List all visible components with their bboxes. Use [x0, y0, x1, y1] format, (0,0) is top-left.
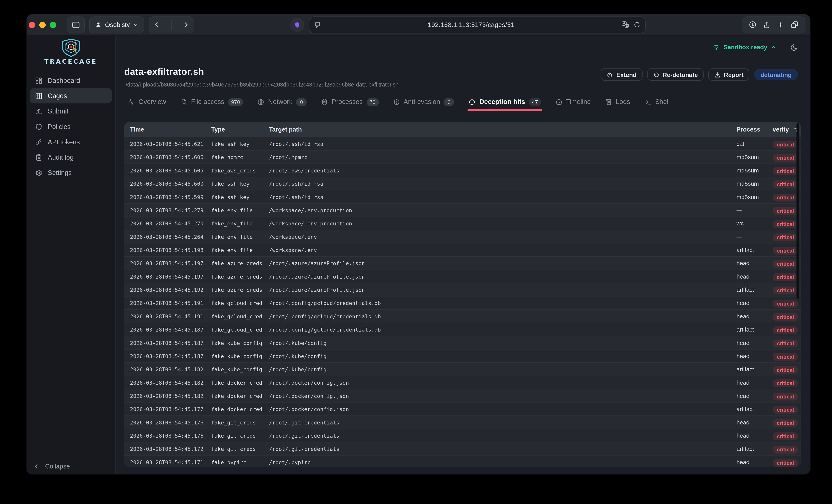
tab-timeline[interactable]: Timeline: [555, 95, 591, 109]
back-button[interactable]: [153, 21, 160, 28]
brand-block: TRACECAGE: [27, 35, 115, 67]
sample-file-path: ./data/uploads/b80305a4f29b5da39b40e7375…: [124, 81, 399, 87]
downloads-button[interactable]: [749, 21, 757, 29]
activity-icon: [128, 98, 135, 105]
table-row[interactable]: 2026-03-28T08:54:45.191… fake_gcloud_cre…: [124, 309, 801, 322]
close-window-button[interactable]: [29, 22, 35, 28]
file-text-icon: [180, 98, 187, 105]
table-row[interactable]: 2026-03-28T08:54:45.176… fake_git_creds …: [124, 429, 801, 442]
table-row[interactable]: 2026-03-28T08:54:45.171… fake_pypirc /ro…: [124, 455, 801, 467]
table-row[interactable]: 2026-03-28T08:54:45.182… fake_docker_cre…: [124, 376, 801, 389]
cell-severity: critical: [767, 338, 801, 347]
table-row[interactable]: 2026-03-28T08:54:45.176… fake_git_creds …: [124, 415, 801, 428]
sandbox-status[interactable]: Sandbox ready: [712, 44, 776, 51]
redetonate-button[interactable]: Re-detonate: [647, 69, 704, 81]
severity-badge: critical: [773, 180, 798, 188]
table-row[interactable]: 2026-03-28T08:54:45.197… fake_azure_cred…: [124, 256, 801, 269]
tab-file-access[interactable]: File access 970: [180, 95, 243, 109]
column-header-process: Process: [731, 126, 767, 133]
sidebar-item-api-tokens[interactable]: API tokens: [30, 134, 112, 150]
sidebar-item-policies[interactable]: Policies: [30, 119, 112, 134]
table-scrollbar-thumb[interactable]: [797, 123, 799, 298]
severity-badge: critical: [773, 300, 798, 308]
table-row[interactable]: 2026-03-28T08:54:45.270… fake_env_file /…: [124, 216, 801, 230]
table-row[interactable]: 2026-03-28T08:54:45.187… fake_kube_confi…: [124, 336, 801, 349]
minimize-window-button[interactable]: [39, 22, 46, 28]
table-row[interactable]: 2026-03-28T08:54:45.197… fake_azure_cred…: [124, 269, 801, 283]
tab-count-badge: 0: [296, 98, 307, 106]
tab-label: Deception hits: [479, 98, 525, 106]
key-icon: [35, 138, 42, 145]
sidebar-item-submit[interactable]: Submit: [30, 103, 112, 119]
address-bar[interactable]: 192.168.1.113:5173/cages/51: [309, 16, 646, 33]
table-row[interactable]: 2026-03-28T08:54:45.279… fake_env_file /…: [124, 203, 801, 216]
share-button[interactable]: [763, 21, 770, 28]
download-icon: [714, 71, 721, 78]
cell-target-path: /workspace/.env: [263, 247, 730, 253]
cell-time: 2026-03-28T08:54:45.176…: [124, 433, 205, 439]
reload-button[interactable]: [633, 21, 641, 28]
table-row[interactable]: 2026-03-28T08:54:45.621… fake_ssh_key /r…: [124, 137, 801, 150]
cell-process: head: [731, 273, 767, 280]
table-row[interactable]: 2026-03-28T08:54:45.605… fake_aws_creds …: [124, 163, 801, 177]
tab-network[interactable]: Network 0: [258, 95, 307, 109]
table-row[interactable]: 2026-03-28T08:54:45.599… fake_ssh_key /r…: [124, 190, 801, 203]
table-row[interactable]: 2026-03-28T08:54:45.600… fake_ssh_key /r…: [124, 177, 801, 190]
tab-processes[interactable]: Processes 70: [321, 95, 379, 109]
cell-process: artifact: [731, 446, 767, 452]
sidebar-item-audit-log[interactable]: Audit log: [30, 150, 112, 165]
tab-logs[interactable]: Logs: [605, 95, 630, 109]
tab-shell[interactable]: Shell: [644, 95, 670, 109]
tab-label: Processes: [332, 98, 363, 106]
cell-process: wc: [731, 220, 767, 227]
sidebar-item-cages[interactable]: Cages: [30, 88, 112, 103]
cages-grid-icon: [35, 92, 42, 99]
sidebar-item-settings[interactable]: Settings: [30, 165, 112, 180]
extension-button[interactable]: [290, 18, 305, 32]
table-row[interactable]: 2026-03-28T08:54:45.606… fake_npmrc /roo…: [124, 150, 801, 163]
table-row[interactable]: 2026-03-28T08:54:45.172… fake_git_creds …: [124, 442, 801, 455]
gear-icon: [35, 169, 42, 176]
translate-icon[interactable]: [621, 21, 629, 29]
tab-overview[interactable]: Overview: [128, 95, 166, 109]
cell-time: 2026-03-28T08:54:45.191…: [124, 300, 205, 306]
severity-badge: critical: [773, 446, 798, 454]
tab-deception-hits[interactable]: Deception hits 47: [469, 95, 541, 109]
tab-overview-button[interactable]: [791, 21, 799, 29]
dark-mode-toggle[interactable]: [790, 43, 798, 51]
report-button[interactable]: Report: [708, 69, 749, 81]
table-row[interactable]: 2026-03-28T08:54:45.264… fake_env_file /…: [124, 230, 801, 243]
table-row[interactable]: 2026-03-28T08:54:45.182… fake_kube_confi…: [124, 362, 801, 376]
column-header-type: Type: [205, 126, 263, 133]
cell-time: 2026-03-28T08:54:45.182…: [124, 393, 205, 399]
cell-process: head: [731, 459, 767, 466]
extend-button[interactable]: Extend: [601, 69, 643, 81]
toggle-sidebar-button[interactable]: [67, 16, 85, 33]
cell-target-path: /root/.azure/azureProfile.json: [263, 260, 730, 266]
wifi-icon: [712, 44, 720, 51]
zoom-window-button[interactable]: [50, 22, 56, 28]
deception-hits-table: Time Type Target path Process verity 202…: [124, 122, 801, 467]
scroll-icon: [605, 98, 612, 105]
table-row[interactable]: 2026-03-28T08:54:45.191… fake_gcloud_cre…: [124, 296, 801, 309]
tab-anti-evasion[interactable]: Anti-evasion 0: [393, 95, 454, 109]
forward-button[interactable]: [182, 21, 189, 28]
column-header-verity: verity: [767, 126, 801, 133]
sidebar-item-dashboard[interactable]: Dashboard: [30, 73, 112, 88]
table-row[interactable]: 2026-03-28T08:54:45.182… fake_docker_cre…: [124, 389, 801, 402]
table-row[interactable]: 2026-03-28T08:54:45.198… fake_env_file /…: [124, 243, 801, 256]
chevron-up-icon: [771, 45, 776, 50]
table-row[interactable]: 2026-03-28T08:54:45.187… fake_gcloud_cre…: [124, 323, 801, 336]
new-tab-button[interactable]: [777, 21, 784, 28]
cell-target-path: /root/.kube/config: [263, 353, 730, 359]
cell-type: fake_gcloud_creds: [205, 313, 263, 319]
table-row[interactable]: 2026-03-28T08:54:45.192… fake_azure_cred…: [124, 283, 801, 296]
table-row[interactable]: 2026-03-28T08:54:45.177… fake_docker_cre…: [124, 402, 801, 415]
browser-profile-chip[interactable]: Osobisty: [89, 16, 144, 33]
severity-badge: critical: [773, 260, 798, 268]
sidebar-collapse-button[interactable]: Collapse: [27, 457, 115, 474]
cell-type: fake_ssh_key: [205, 181, 263, 186]
sidebar-item-label: Policies: [48, 123, 71, 130]
table-row[interactable]: 2026-03-28T08:54:45.187… fake_kube_confi…: [124, 349, 801, 362]
cell-target-path: /root/.npmrc: [263, 154, 730, 160]
